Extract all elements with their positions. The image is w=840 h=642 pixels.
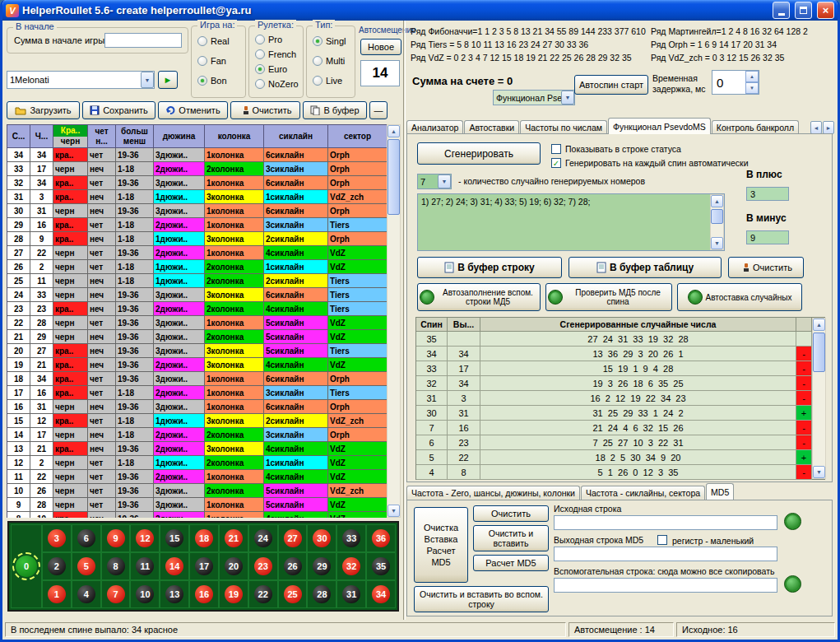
history-row[interactable]: 2323кра..неч19-362дюжи..2колонка4сиклайн… [7, 302, 387, 316]
radio-french[interactable]: French [255, 49, 296, 59]
board-number-cell[interactable]: 21 [219, 524, 248, 552]
board-number-cell[interactable]: 31 [336, 580, 366, 608]
radio-pro[interactable]: Pro [255, 35, 282, 44]
board-zero-cell[interactable]: 0 [11, 524, 42, 608]
radio-multi[interactable]: Multi [313, 56, 345, 66]
gen-row[interactable]: 343413 36 29 3 20 26 1- [416, 347, 812, 361]
tab-psevdoms[interactable]: Функционал PsevdoMS [608, 118, 711, 134]
board-number[interactable]: 31 [342, 585, 360, 603]
scroll-up-icon[interactable] [711, 195, 723, 207]
board-number[interactable]: 13 [165, 585, 183, 603]
board-number[interactable]: 36 [372, 529, 390, 547]
board-number-cell[interactable]: 10 [130, 580, 160, 608]
board-number-cell[interactable]: 14 [160, 552, 189, 580]
board-number-cell[interactable]: 5 [72, 552, 101, 580]
scroll-down-icon[interactable] [813, 466, 825, 478]
tab-scroll-right-icon[interactable] [823, 121, 834, 134]
minus-button[interactable]: — [369, 101, 388, 119]
board-number[interactable]: 19 [225, 585, 243, 603]
tab-analyzer[interactable]: Анализатор [406, 120, 463, 134]
board-number[interactable]: 28 [313, 585, 331, 603]
board-number-cell[interactable]: 27 [278, 524, 308, 552]
radio-real[interactable]: Real [197, 36, 230, 46]
radio-bon[interactable]: Bon [197, 76, 227, 86]
history-row[interactable]: 289кра..неч1-181дюжи..3колонка2сиклайнOr… [7, 232, 387, 246]
history-row[interactable]: 2511черннеч1-181дюжи..2колонка2сиклайнTi… [7, 274, 387, 288]
board-number[interactable]: 23 [254, 557, 272, 575]
chevron-down-icon[interactable] [438, 174, 451, 188]
generate-button[interactable]: Сгенерировать [417, 142, 541, 165]
gen-row[interactable]: 303131 25 29 33 1 24 2+ [416, 406, 812, 421]
tab-scroll-left-icon[interactable] [810, 121, 822, 134]
history-row[interactable]: 122чернчет1-181дюжи..2колонка1сиклайнVdZ [7, 456, 387, 470]
gen-row[interactable]: 485 1 26 0 12 3 35- [416, 465, 812, 480]
output-string-input[interactable] [554, 547, 777, 561]
md5-all-in-one-button[interactable]: Очистка Вставка Расчет MD5 [414, 507, 468, 583]
md5-clear-paste-button[interactable]: Очистить и вставить [473, 525, 549, 551]
new-button[interactable]: Новое [360, 39, 401, 55]
board-number[interactable]: 15 [165, 529, 183, 547]
board-number-cell[interactable]: 29 [307, 552, 336, 580]
scroll-thumb[interactable] [813, 333, 825, 372]
history-row[interactable]: 1921кра..неч19-362дюжи..3колонка4сиклайн… [7, 358, 387, 372]
board-number-cell[interactable]: 6 [72, 524, 101, 552]
board-number[interactable]: 27 [284, 529, 302, 547]
source-string-input[interactable] [554, 515, 777, 530]
minimize-button[interactable] [773, 2, 790, 19]
generated-scrollbar[interactable] [710, 194, 724, 250]
function-combo[interactable]: Функционал PsevdoMS [493, 90, 575, 105]
history-row[interactable]: 928чернчет19-363дюжи..1колонка5сиклайнVd… [7, 498, 387, 512]
count-combo[interactable]: 7 [417, 174, 452, 189]
history-scrollbar[interactable] [387, 124, 401, 518]
board-number[interactable]: 1 [48, 585, 66, 603]
scroll-down-icon[interactable] [388, 505, 400, 517]
history-row[interactable]: 1512кра..чет1-181дюжи..3колонка2сиклайнV… [7, 414, 387, 428]
history-row[interactable]: 1631черннеч19-363дюжи..1колонка6сиклайнO… [7, 400, 387, 414]
gen-row[interactable]: 71621 24 4 6 32 15 26- [416, 421, 812, 435]
checkbox-checked-icon[interactable] [551, 158, 561, 168]
start-sum-input[interactable] [104, 33, 182, 48]
tab-freq-zero[interactable]: Частота - Zero, шансы, дюжины, колонки [406, 486, 580, 500]
md5-clear-paste-aux-button[interactable]: Очистить и вставить во вспом. строку [414, 586, 549, 612]
md5-clear-button[interactable]: Очистить [473, 505, 549, 522]
board-number[interactable]: 32 [342, 557, 360, 575]
gen-row[interactable]: 52218 2 5 30 34 9 20+ [416, 450, 812, 465]
board-number-cell[interactable]: 13 [160, 580, 189, 608]
board-number[interactable]: 34 [372, 585, 390, 603]
maximize-button[interactable] [795, 2, 812, 19]
board-number-cell[interactable]: 1 [42, 580, 72, 608]
board-number-cell[interactable]: 32 [336, 552, 366, 580]
board-number[interactable]: 30 [313, 529, 331, 547]
board-number[interactable]: 9 [107, 529, 125, 547]
board-number-cell[interactable]: 24 [248, 524, 278, 552]
board-number[interactable]: 20 [225, 557, 243, 575]
checkbox-icon[interactable] [551, 144, 561, 154]
board-number-cell[interactable]: 23 [248, 552, 278, 580]
board-number[interactable]: 17 [195, 557, 213, 575]
chevron-down-icon[interactable] [141, 72, 154, 88]
board-number-cell[interactable]: 34 [366, 580, 396, 608]
board-number[interactable]: 5 [77, 557, 95, 575]
board-number[interactable]: 24 [254, 529, 272, 547]
board-number[interactable]: 29 [313, 557, 331, 575]
board-number[interactable]: 12 [136, 529, 154, 547]
clear-button[interactable]: Очистить [230, 101, 300, 119]
board-number[interactable]: 10 [136, 585, 154, 603]
checkbox-show-status[interactable]: Показывать в строке статуса [551, 144, 681, 154]
copy-buffer-button[interactable]: В буфер [303, 101, 367, 119]
history-row[interactable]: 819кра..неч19-362дюжи..1колонка4сиклайнV… [7, 512, 387, 518]
check-md5-button[interactable]: Проверить МД5 после спина [545, 283, 672, 311]
scroll-thumb[interactable] [711, 209, 723, 224]
history-row[interactable]: 1417черннеч1-182дюжи..2колонка3сиклайнOr… [7, 428, 387, 442]
history-row[interactable]: 313кра..неч1-181дюжи..3колонка1сиклайнVd… [7, 190, 387, 204]
autobet-random-button[interactable]: Автоставка случайных [677, 283, 802, 311]
gen-row[interactable]: 31316 2 12 19 22 34 23- [416, 391, 812, 406]
scroll-thumb[interactable] [388, 139, 400, 215]
board-number-cell[interactable]: 17 [189, 552, 219, 580]
generated-numbers-box[interactable]: 1) 27; 2) 24; 3) 31; 4) 33; 5) 19; 6) 32… [417, 193, 725, 251]
history-row[interactable]: 1026чернчет19-363дюжи..2колонка5сиклайнV… [7, 484, 387, 498]
chevron-down-icon[interactable] [561, 91, 574, 105]
md5-calc-button[interactable]: Расчет MD5 [473, 555, 549, 571]
clear-generated-button[interactable]: Очистить [728, 257, 804, 278]
history-row[interactable]: 1321кра..неч19-362дюжи..3колонка4сиклайн… [7, 442, 387, 456]
